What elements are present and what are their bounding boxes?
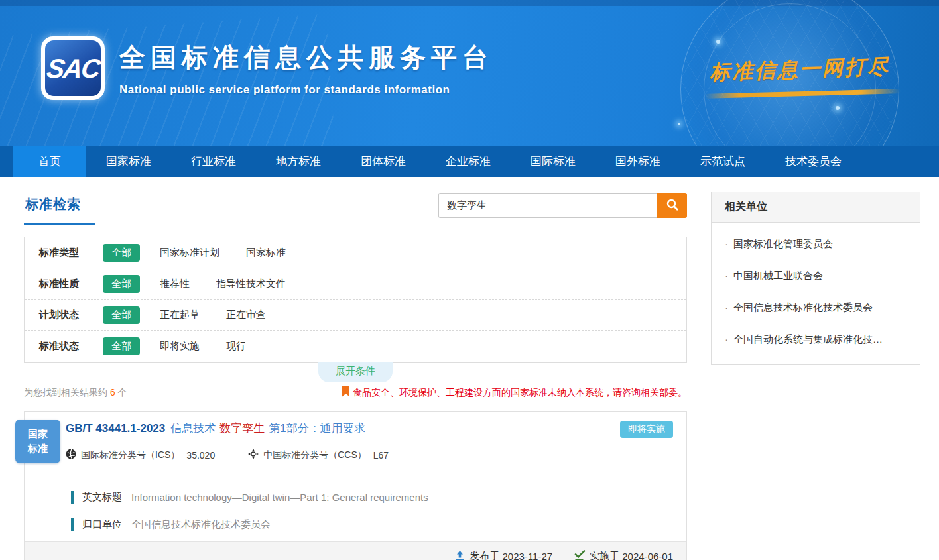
result-count-suffix: 个 [118, 387, 127, 398]
implemented-value: 2024-06-01 [622, 551, 673, 560]
expand-conditions-button[interactable]: 展开条件 [318, 362, 393, 382]
bookmark-icon [342, 386, 353, 399]
sidebar-item-automation-systems-committee[interactable]: 全国自动化系统与集成标准化技… [725, 323, 907, 355]
search-button[interactable] [657, 193, 687, 218]
nav-tab-pilot[interactable]: 示范试点 [680, 146, 765, 177]
site-banner: SAC 全国标准信息公共服务平台 National public service… [0, 0, 939, 146]
section-title-standard-search: 标准检索 [24, 192, 95, 225]
published-date: 发布于 2023-11-27 [454, 550, 552, 560]
site-subtitle: National public service platform for sta… [119, 84, 493, 97]
system-notice: 食品安全、环境保护、工程建设方面的国家标准未纳入本系统，请咨询相关部委。 [342, 386, 687, 399]
ccs-value: L67 [373, 450, 389, 461]
result-count-prefix: 为您找到相关结果约 [24, 387, 107, 398]
filter-option[interactable]: 正在起草 [160, 309, 200, 321]
implemented-label: 实施于 [590, 550, 619, 560]
standard-title-part2: 第1部分：通用要求 [269, 422, 365, 435]
nav-tab-home[interactable]: 首页 [13, 146, 86, 177]
main-nav: 首页 国家标准 行业标准 地方标准 团体标准 企业标准 国际标准 国外标准 示范… [0, 146, 939, 177]
filter-label: 标准性质 [39, 278, 103, 290]
sidebar-item-it-standardization-committee[interactable]: 全国信息技术标准化技术委员会 [725, 292, 907, 323]
published-label: 发布于 [470, 550, 499, 560]
upload-icon [454, 550, 470, 560]
nav-tab-industry-standards[interactable]: 行业标准 [171, 146, 256, 177]
sac-logo[interactable]: SAC [41, 36, 105, 100]
filter-box: 标准类型 全部 国家标准计划 国家标准 标准性质 全部 推荐性 指导性技术文件 … [24, 237, 687, 363]
glow-dot [716, 40, 720, 44]
nav-tab-group-standards[interactable]: 团体标准 [341, 146, 426, 177]
glow-dot [678, 123, 680, 125]
search-icon [666, 198, 679, 213]
filter-option[interactable]: 即将实施 [160, 340, 200, 353]
nav-tab-technical-committee[interactable]: 技术委员会 [765, 146, 861, 177]
ics-value: 35.020 [186, 450, 215, 461]
filter-option[interactable]: 国家标准计划 [160, 247, 219, 259]
result-count: 为您找到相关结果约6个 [24, 387, 127, 399]
nav-tab-foreign-standards[interactable]: 国外标准 [595, 146, 680, 177]
nav-tab-international-standards[interactable]: 国际标准 [511, 146, 595, 177]
responsible-unit-row: 归口单位 全国信息技术标准化技术委员会 [71, 518, 673, 531]
site-title: 全国标准信息公共服务平台 [119, 40, 493, 76]
filter-option-all[interactable]: 全部 [103, 337, 140, 355]
responsible-unit-value: 全国信息技术标准化技术委员会 [131, 518, 271, 531]
filter-row-standard-nature: 标准性质 全部 推荐性 指导性技术文件 [25, 268, 686, 300]
detail-bar [71, 518, 74, 531]
standard-code: GB/T 43441.1-2023 [66, 422, 165, 435]
filter-label: 标准类型 [39, 247, 103, 259]
detail-label: 归口单位 [82, 518, 122, 531]
standard-result-card: 国家 标准 GB/T 43441.1-2023信息技术数字孪生第1部分：通用要求… [24, 411, 687, 560]
check-icon [574, 550, 590, 560]
detail-label: 英文标题 [82, 491, 122, 504]
nav-tab-local-standards[interactable]: 地方标准 [256, 146, 341, 177]
implemented-date: 实施于 2024-06-01 [574, 550, 673, 560]
nav-tab-national-standards[interactable]: 国家标准 [86, 146, 171, 177]
filter-option-all[interactable]: 全部 [103, 244, 140, 262]
standard-type-badge: 国家 标准 [15, 420, 60, 463]
nav-tab-enterprise-standards[interactable]: 企业标准 [426, 146, 511, 177]
ccs-label: 中国标准分类号（CCS） [263, 449, 367, 461]
result-count-number: 6 [110, 387, 115, 398]
globe-icon [66, 449, 81, 461]
published-value: 2023-11-27 [502, 551, 552, 560]
status-badge: 即将实施 [620, 421, 673, 438]
filter-row-standard-status: 标准状态 全部 即将实施 现行 [25, 331, 686, 362]
detail-bar [71, 491, 74, 504]
filter-row-plan-status: 计划状态 全部 正在起草 正在审查 [25, 300, 686, 331]
card-footer: 发布于 2023-11-27 实施于 2024-06-01 [25, 541, 686, 560]
english-title-row: 英文标题 Information technology—Digital twin… [71, 491, 673, 504]
related-units-title: 相关单位 [712, 192, 920, 223]
sac-logo-text: SAC [45, 54, 101, 84]
filter-option[interactable]: 现行 [226, 340, 246, 353]
notice-text: 食品安全、环境保护、工程建设方面的国家标准未纳入本系统，请咨询相关部委。 [353, 387, 687, 399]
standard-title-link[interactable]: GB/T 43441.1-2023信息技术数字孪生第1部分：通用要求 [66, 421, 607, 436]
filter-option-all[interactable]: 全部 [103, 306, 140, 324]
related-units-panel: 相关单位 国家标准化管理委员会 中国机械工业联合会 全国信息技术标准化技术委员会… [711, 192, 920, 365]
filter-label: 计划状态 [39, 309, 103, 321]
filter-option[interactable]: 国家标准 [246, 247, 286, 259]
badge-line: 标准 [28, 441, 48, 457]
filter-option-all[interactable]: 全部 [103, 275, 140, 293]
search-input[interactable] [438, 193, 657, 218]
ics-label: 国际标准分类号（ICS） [81, 449, 180, 461]
filter-label: 标准状态 [39, 340, 103, 353]
standard-title-highlight: 数字孪生 [219, 422, 265, 435]
sidebar-item-sac[interactable]: 国家标准化管理委员会 [725, 228, 907, 260]
filter-option[interactable]: 推荐性 [160, 278, 190, 290]
english-title-value: Information technology—Digital twin—Part… [131, 492, 428, 503]
filter-option[interactable]: 指导性技术文件 [216, 278, 286, 290]
compass-icon [248, 449, 263, 461]
filter-row-standard-type: 标准类型 全部 国家标准计划 国家标准 [25, 237, 686, 268]
ccs-classification: 中国标准分类号（CCS） L67 [248, 449, 389, 461]
standard-title-part1: 信息技术 [170, 422, 216, 435]
ics-classification: 国际标准分类号（ICS） 35.020 [66, 449, 215, 461]
sidebar-item-machinery-federation[interactable]: 中国机械工业联合会 [725, 260, 907, 292]
badge-line: 国家 [28, 427, 48, 442]
filter-option[interactable]: 正在审查 [226, 309, 266, 321]
glow-dot [836, 106, 840, 110]
